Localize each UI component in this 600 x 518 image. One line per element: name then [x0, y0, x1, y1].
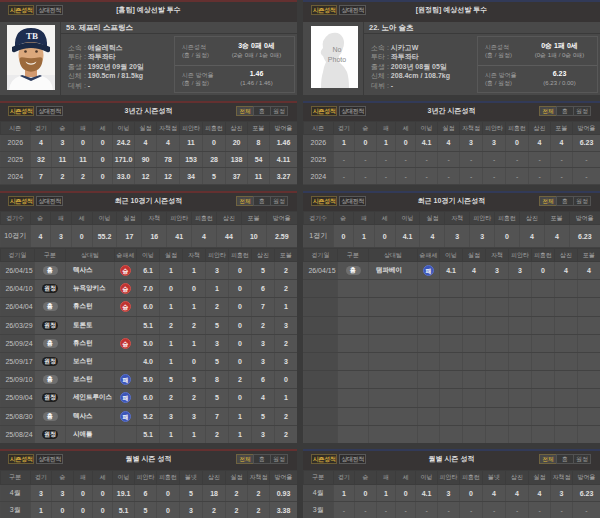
svg-text:Photo: Photo [328, 56, 346, 63]
svg-text:No: No [333, 46, 342, 53]
svg-text:TB: TB [26, 31, 38, 41]
